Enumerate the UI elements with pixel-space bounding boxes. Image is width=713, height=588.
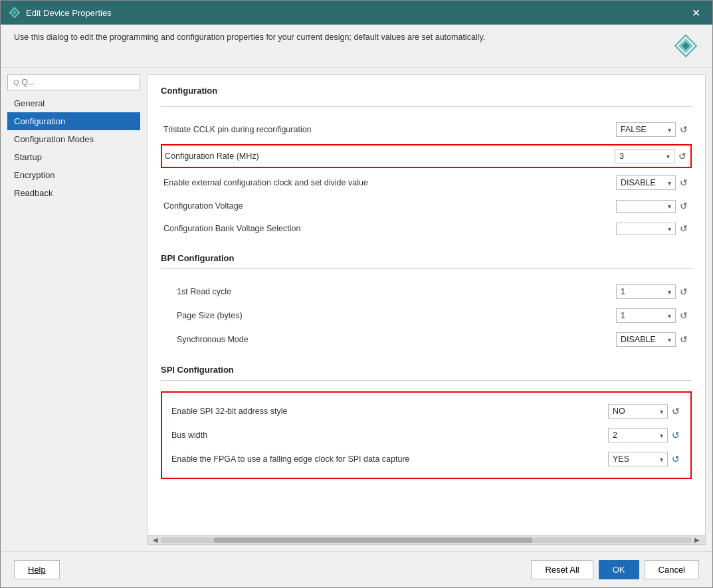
right-panel-scroll[interactable]: Configuration Tristate CCLK pin during r… xyxy=(148,75,705,535)
sidebar-item-configuration[interactable]: Configuration xyxy=(7,112,140,130)
cancel-button[interactable]: Cancel xyxy=(645,560,699,579)
falling-edge-reset[interactable]: ↺ xyxy=(670,452,681,466)
spi-32bit-reset[interactable]: ↺ xyxy=(670,405,681,418)
tristate-cclk-label: Tristate CCLK pin during reconfiguration xyxy=(163,125,611,134)
ext-clock-select[interactable]: DISABLE ▾ xyxy=(616,175,676,190)
tristate-cclk-arrow: ▾ xyxy=(668,126,671,134)
scroll-left-arrow[interactable]: ◀ xyxy=(150,536,161,543)
config-rate-reset[interactable]: ↺ xyxy=(677,149,688,163)
ext-clock-control: DISABLE ▾ ↺ xyxy=(616,175,689,190)
bus-width-row: Bus width 2 ▾ ↺ xyxy=(169,423,684,447)
bpi-divider xyxy=(161,268,692,269)
page-size-select[interactable]: 1 ▾ xyxy=(616,308,676,323)
bpi-section-title: BPI Configuration xyxy=(161,253,692,263)
horizontal-scrollbar[interactable]: ◀ ▶ xyxy=(148,535,705,544)
falling-edge-value: YES xyxy=(613,454,629,464)
spi-divider xyxy=(161,380,692,381)
spi-32bit-label: Enable SPI 32-bit address style xyxy=(171,407,603,416)
sync-mode-select[interactable]: DISABLE ▾ xyxy=(616,332,676,347)
sync-mode-row: Synchronous Mode DISABLE ▾ ↺ xyxy=(174,328,692,351)
config-voltage-select[interactable]: ▾ xyxy=(616,200,676,213)
search-input[interactable] xyxy=(22,78,134,87)
config-voltage-reset[interactable]: ↺ xyxy=(678,199,689,213)
spi-32bit-row: Enable SPI 32-bit address style NO ▾ ↺ xyxy=(169,399,684,423)
falling-edge-control: YES ▾ ↺ xyxy=(608,452,681,466)
help-button[interactable]: Help xyxy=(14,560,60,579)
config-bank-select[interactable]: ▾ xyxy=(616,223,676,235)
bus-width-value: 2 xyxy=(613,431,617,440)
sidebar-item-readback[interactable]: Readback xyxy=(7,184,140,202)
close-button[interactable]: ✕ xyxy=(688,5,704,21)
ext-clock-row: Enable external configuration clock and … xyxy=(161,171,692,195)
sync-mode-label: Synchronous Mode xyxy=(177,335,611,344)
config-rate-value: 3 xyxy=(619,151,624,161)
bus-width-arrow: ▾ xyxy=(660,432,663,439)
spi-highlighted-box: Enable SPI 32-bit address style NO ▾ ↺ B… xyxy=(161,391,692,479)
bus-width-control: 2 ▾ ↺ xyxy=(608,428,681,442)
info-text: Use this dialog to edit the programming … xyxy=(14,33,672,42)
sidebar-item-encryption[interactable]: Encryption xyxy=(7,166,140,184)
spi-section-title: SPI Configuration xyxy=(161,365,692,375)
config-bank-reset[interactable]: ↺ xyxy=(678,222,689,235)
tristate-cclk-select[interactable]: FALSE ▾ xyxy=(616,122,676,137)
reset-all-button[interactable]: Reset All xyxy=(531,560,593,579)
ext-clock-reset[interactable]: ↺ xyxy=(678,176,689,189)
first-read-cycle-label: 1st Read cycle xyxy=(177,287,611,296)
nav-list: General Configuration Configuration Mode… xyxy=(7,94,140,202)
tristate-cclk-control: FALSE ▾ ↺ xyxy=(616,122,689,137)
configuration-section-title: Configuration xyxy=(161,86,692,98)
info-bar: Use this dialog to edit the programming … xyxy=(1,25,712,68)
app-icon xyxy=(9,7,21,19)
logo-area xyxy=(672,33,699,59)
search-icon: Q xyxy=(13,78,19,86)
dialog-title: Edit Device Properties xyxy=(26,8,112,18)
first-read-cycle-row: 1st Read cycle 1 ▾ ↺ xyxy=(174,280,692,304)
first-read-cycle-reset[interactable]: ↺ xyxy=(678,285,689,298)
first-read-cycle-select[interactable]: 1 ▾ xyxy=(616,284,676,299)
configuration-divider xyxy=(161,106,692,107)
config-rate-arrow: ▾ xyxy=(666,153,670,160)
ext-clock-value: DISABLE xyxy=(621,178,656,187)
config-voltage-control: ▾ ↺ xyxy=(616,199,689,213)
bpi-rows: 1st Read cycle 1 ▾ ↺ Page Size (bytes) xyxy=(161,280,692,351)
scroll-right-arrow[interactable]: ▶ xyxy=(692,536,702,543)
right-panel: Configuration Tristate CCLK pin during r… xyxy=(147,74,706,545)
page-size-reset[interactable]: ↺ xyxy=(678,309,689,322)
scroll-thumb-x[interactable] xyxy=(214,538,532,543)
sync-mode-control: DISABLE ▾ ↺ xyxy=(616,332,689,347)
title-bar: Edit Device Properties ✕ xyxy=(1,1,712,25)
first-read-cycle-arrow: ▾ xyxy=(668,288,671,296)
edit-device-properties-dialog: Edit Device Properties ✕ Use this dialog… xyxy=(0,0,713,588)
tristate-cclk-row: Tristate CCLK pin during reconfiguration… xyxy=(161,118,692,142)
main-content: Q General Configuration Configuration Mo… xyxy=(1,68,712,551)
ext-clock-arrow: ▾ xyxy=(668,179,671,187)
sidebar-item-general[interactable]: General xyxy=(7,94,140,112)
falling-edge-select[interactable]: YES ▾ xyxy=(608,452,668,466)
config-voltage-arrow: ▾ xyxy=(668,203,671,210)
falling-edge-arrow: ▾ xyxy=(660,456,663,463)
spi-32bit-value: NO xyxy=(613,407,625,416)
config-bank-label: Configuration Bank Voltage Selection xyxy=(163,224,611,233)
bus-width-label: Bus width xyxy=(171,431,603,440)
tristate-cclk-reset[interactable]: ↺ xyxy=(678,123,689,136)
config-rate-control: 3 ▾ ↺ xyxy=(615,149,688,163)
sync-mode-reset[interactable]: ↺ xyxy=(678,333,689,346)
bus-width-select[interactable]: 2 ▾ xyxy=(608,428,668,442)
config-rate-select[interactable]: 3 ▾ xyxy=(615,149,674,163)
sidebar-item-startup[interactable]: Startup xyxy=(7,148,140,166)
bus-width-reset[interactable]: ↺ xyxy=(670,429,681,442)
config-voltage-label: Configuration Voltage xyxy=(163,201,611,211)
title-bar-left: Edit Device Properties xyxy=(9,7,112,19)
falling-edge-label: Enable the FPGA to use a falling edge cl… xyxy=(171,454,603,464)
config-rate-label: Configuration Rate (MHz) xyxy=(165,151,609,161)
spi-32bit-select[interactable]: NO ▾ xyxy=(608,404,668,419)
page-size-row: Page Size (bytes) 1 ▾ ↺ xyxy=(174,304,692,328)
page-size-value: 1 xyxy=(621,311,625,320)
footer-right: Reset All OK Cancel xyxy=(531,560,699,579)
sidebar-item-configuration-modes[interactable]: Configuration Modes xyxy=(7,130,140,148)
config-bank-control: ▾ ↺ xyxy=(616,222,689,235)
ok-button[interactable]: OK xyxy=(599,560,639,579)
config-bank-row: Configuration Bank Voltage Selection ▾ ↺ xyxy=(161,217,692,240)
config-rate-row: Configuration Rate (MHz) 3 ▾ ↺ xyxy=(161,144,692,168)
ext-clock-label: Enable external configuration clock and … xyxy=(163,178,611,187)
